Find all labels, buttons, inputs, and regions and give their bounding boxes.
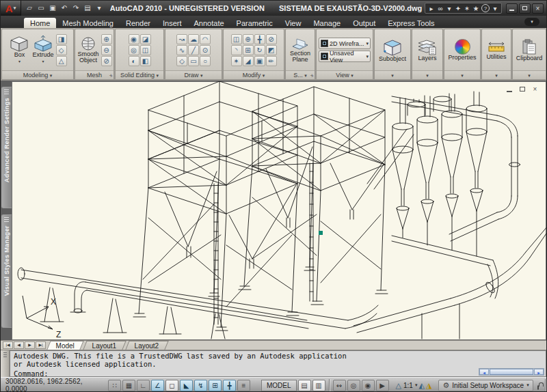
scroll-right-icon[interactable]: ▶ — [534, 369, 544, 375]
view-panel-label[interactable]: View ▾ — [317, 70, 373, 79]
visual-style-dropdown[interactable]: 2D Wirefra... ▾ — [319, 38, 371, 49]
tab-express-tools[interactable]: Express Tools — [382, 18, 440, 28]
grid-toggle[interactable]: ▦ — [122, 380, 135, 391]
subobject-panel-label[interactable]: ▾ — [375, 70, 410, 79]
spline-icon[interactable]: ∿ — [176, 45, 187, 55]
properties-button[interactable]: Properties — [447, 38, 477, 61]
chamfer-icon[interactable]: ◢ — [243, 56, 254, 66]
clipboard-panel-label[interactable]: ▾ — [513, 70, 546, 79]
infocenter-expand-icon[interactable]: ▸ — [428, 5, 435, 12]
scale-icon[interactable]: ◩ — [266, 45, 277, 55]
union-icon[interactable]: ◉ — [129, 34, 139, 44]
drawing-minimize-button[interactable] — [505, 85, 513, 93]
smooth-object-button[interactable]: Smooth Object — [77, 36, 99, 64]
utilities-panel-label[interactable]: ▾ — [482, 70, 511, 79]
steering-wheel-button[interactable]: ◉ — [362, 380, 375, 391]
box-button[interactable]: Box ▾ — [8, 35, 30, 66]
command-prompt[interactable]: Command: — [14, 369, 542, 377]
coordinates-display[interactable]: 30082.0616, 1962.2562, 0.0000 — [3, 378, 107, 392]
search-menu-icon[interactable]: ▾ — [446, 5, 453, 12]
subobject-button[interactable]: Subobject — [378, 38, 407, 63]
scroll-left-icon[interactable]: ◀ — [479, 369, 489, 375]
tab-home[interactable]: Home — [24, 18, 56, 28]
open-button[interactable]: ▭ — [36, 3, 46, 14]
prev-layout-button[interactable]: ◀ — [14, 341, 24, 349]
otrack-toggle[interactable]: ↯ — [194, 380, 207, 391]
rotate-icon[interactable]: ↻ — [254, 45, 265, 55]
tab-manage[interactable]: Manage — [307, 18, 347, 28]
close-button[interactable]: × — [532, 3, 544, 14]
showmotion-button[interactable]: ▶ — [376, 380, 389, 391]
tab-output[interactable]: Output — [347, 18, 382, 28]
planar-surface-icon[interactable]: ◇ — [56, 45, 67, 55]
tab-parametric[interactable]: Parametric — [230, 18, 279, 28]
drawing-restore-button[interactable] — [518, 85, 526, 93]
polysolid-icon[interactable]: ◨ — [56, 34, 67, 44]
subscription-center-icon[interactable]: ✦ — [455, 5, 462, 12]
undo-button[interactable]: ↶ — [59, 3, 70, 14]
tab-view[interactable]: View — [279, 18, 308, 28]
modify-panel-label[interactable]: Modify ▾ — [224, 70, 284, 79]
circle-icon[interactable]: ⊙ — [200, 45, 211, 55]
modeling-panel-label[interactable]: Modeling ▾ — [2, 70, 73, 79]
layout-tab-layout1[interactable]: Layout1 — [83, 341, 126, 350]
annotation-visibility-icon[interactable]: ◭ — [418, 381, 424, 390]
mesh-panel-label[interactable]: Mesh» — [75, 70, 114, 79]
section-plane-button[interactable]: Section Plane — [289, 36, 311, 64]
drawing-close-button[interactable]: × — [531, 85, 539, 93]
separate-icon[interactable]: ◫ — [140, 45, 151, 55]
layout-tab-model[interactable]: Model — [46, 341, 84, 350]
layout-tab-layout2[interactable]: Layout2 — [125, 341, 168, 350]
array-icon[interactable]: ⊞ — [243, 45, 254, 55]
tab-insert[interactable]: Insert — [157, 18, 188, 28]
annotation-scale-caret-icon[interactable]: ▾ — [415, 382, 418, 388]
save-button[interactable]: ▣ — [47, 3, 58, 14]
model-space-button[interactable]: MODEL — [261, 380, 297, 391]
presspull-icon[interactable]: △ — [56, 56, 67, 66]
workspace-switcher[interactable]: ⚙ Initial Setup Workspace ▾ — [438, 380, 533, 391]
palette-tab-visual-styles-manager[interactable]: Visual Styles Manager — [1, 214, 12, 328]
restore-button[interactable] — [519, 3, 531, 14]
minimize-button[interactable] — [506, 3, 518, 14]
command-window-handle[interactable] — [1, 350, 10, 377]
minimize-ribbon-button[interactable]: ▾ — [524, 18, 539, 26]
selection-grip-marker[interactable] — [319, 231, 323, 235]
scrollbar-thumb[interactable] — [490, 369, 533, 375]
tab-render[interactable]: Render — [120, 18, 157, 28]
next-layout-button[interactable]: ▶ — [25, 341, 35, 349]
application-menu-button[interactable]: A ▾ — [1, 1, 21, 16]
intersect-icon[interactable]: ◐ — [129, 56, 139, 66]
tab-annotate[interactable]: Annotate — [188, 18, 230, 28]
smooth-more-icon[interactable]: ⊕ — [101, 34, 112, 44]
shell-icon[interactable]: ◧ — [140, 56, 151, 66]
no-smooth-icon[interactable]: ⊘ — [101, 56, 112, 66]
explode-icon[interactable]: ✶ — [231, 56, 242, 66]
help-icon[interactable]: ? — [481, 4, 490, 12]
annotation-autoscale-icon[interactable]: ◮ — [426, 381, 431, 390]
tab-mesh-modeling[interactable]: Mesh Modeling — [56, 18, 120, 28]
last-layout-button[interactable]: ▶| — [36, 341, 46, 349]
qnew-button[interactable]: ▱ — [24, 3, 35, 14]
first-layout-button[interactable]: |◀ — [3, 341, 13, 349]
toolbar-lock-icon[interactable] — [537, 385, 539, 390]
mirror-icon[interactable]: ◫ — [231, 34, 242, 44]
properties-panel-label[interactable]: ▾ — [444, 70, 480, 79]
fillet-icon[interactable]: ◝ — [231, 45, 242, 55]
favorites-icon[interactable]: ★ — [472, 5, 479, 12]
draw-panel-label[interactable]: Draw ▾ — [165, 70, 222, 79]
polyline-icon[interactable]: ↝ — [176, 34, 187, 44]
osnap-toggle[interactable]: ◻ — [165, 380, 178, 391]
quick-view-drawings-button[interactable]: ▥ — [312, 380, 325, 391]
layers-button[interactable]: Layers — [417, 38, 438, 62]
annotation-scale-icon[interactable]: △ — [396, 381, 401, 390]
edit-polyline-icon[interactable]: ✏ — [266, 56, 277, 66]
dyn-toggle[interactable]: ╋ — [223, 380, 236, 391]
solid-editing-panel-label[interactable]: Solid Editing ▾ — [116, 70, 163, 79]
rectangle-icon[interactable]: ▭ — [188, 56, 199, 66]
section-panel-label[interactable]: S... ▾» — [286, 70, 315, 79]
drawing-canvas[interactable]: X Z × — [12, 81, 546, 340]
line-icon[interactable]: ╱ — [188, 45, 199, 55]
zoom-button[interactable]: ◎ — [347, 380, 360, 391]
copy-icon[interactable]: ▣ — [254, 56, 265, 66]
offset-icon[interactable]: ⊘ — [266, 34, 277, 44]
